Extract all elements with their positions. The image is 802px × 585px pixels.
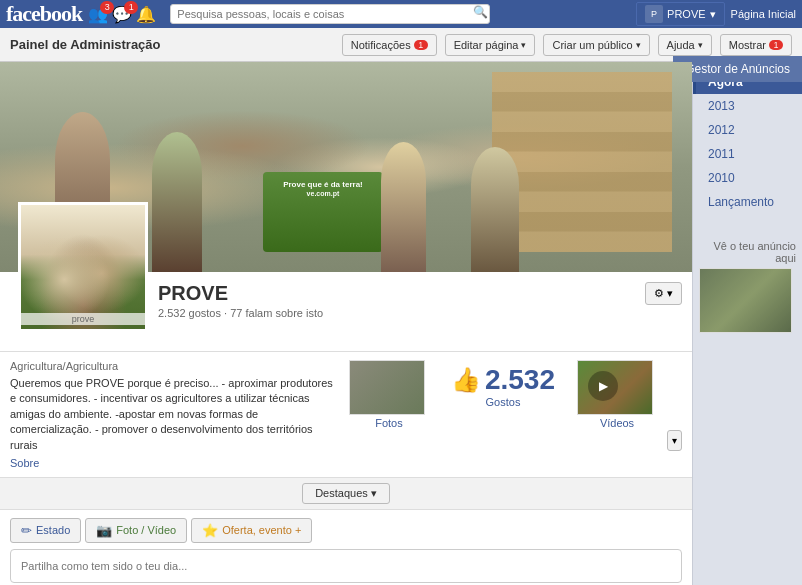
edit-page-button[interactable]: Editar página ▾ — [445, 34, 536, 56]
estado-label: Estado — [36, 524, 70, 536]
home-link[interactable]: Página Inicial — [731, 8, 796, 20]
facebook-logo: facebook — [6, 1, 82, 27]
person-silhouette-4 — [471, 147, 519, 272]
gestor-anuncios-button[interactable]: Gestor de Anúncios — [673, 56, 802, 82]
ad-thumbnail — [699, 268, 792, 333]
oferta-label: Oferta, evento + — [222, 524, 301, 536]
highlights-bar: Destaques ▾ — [0, 478, 692, 510]
settings-button[interactable]: ⚙ ▾ — [645, 282, 682, 305]
profile-stats: 2.532 gostos · 77 falam sobre isto — [158, 307, 323, 319]
gear-icon: ⚙ — [654, 287, 664, 300]
create-public-label: Criar um público — [552, 39, 632, 51]
cover-stand: Prove que é da terra! ve.com.pt — [263, 172, 383, 252]
right-sidebar: Agora 2013 2012 2011 2010 Lançamento Vê … — [692, 62, 802, 585]
profile-section: prove PROVE 2.532 gostos · 77 falam sobr… — [0, 272, 692, 352]
profile-name: PROVE — [158, 282, 323, 305]
gostos-label: Gostos — [451, 396, 555, 408]
profile-info: PROVE 2.532 gostos · 77 falam sobre isto… — [158, 272, 682, 319]
page-description: Queremos que PROVE porque é preciso... -… — [10, 376, 339, 453]
play-icon: ▶ — [588, 371, 618, 401]
highlights-button[interactable]: Destaques ▾ — [302, 483, 390, 504]
show-badge: 1 — [769, 40, 783, 50]
profile-photo: prove — [18, 202, 148, 332]
thumbs-up-icon: 👍 — [451, 366, 481, 394]
person-silhouette-2 — [152, 132, 202, 272]
profile-dropdown-icon: ▾ — [710, 8, 716, 21]
top-navigation: facebook 👥 3 💬 1 🔔 🔍 P PROVE ▾ Página In… — [0, 0, 802, 28]
likes-count: 2.532 — [485, 364, 555, 396]
fotos-thumbnail — [349, 360, 425, 415]
person-silhouette-3 — [381, 142, 426, 272]
content-area: Prove que é da terra! ve.com.pt prove — [0, 62, 802, 585]
profile-photo-label: prove — [21, 313, 145, 325]
profile-button[interactable]: P PROVE ▾ — [636, 2, 725, 26]
profile-photo-inner — [21, 205, 145, 329]
notifications-label: Notificações — [351, 39, 411, 51]
settings-dropdown-icon: ▾ — [667, 287, 673, 300]
fotos-block[interactable]: Fotos — [349, 360, 429, 469]
page-info-section: Agricultura/Agricultura Queremos que PRO… — [0, 352, 692, 478]
boxes-background — [492, 72, 672, 252]
center-panel: Prove que é da terra! ve.com.pt prove — [0, 62, 692, 585]
help-button[interactable]: Ajuda ▾ — [658, 34, 712, 56]
post-input[interactable] — [10, 549, 682, 583]
sidebar-year-2012[interactable]: 2012 — [693, 118, 802, 142]
search-button[interactable]: 🔍 — [473, 5, 488, 19]
fotos-label: Fotos — [349, 417, 429, 429]
page-category: Agricultura/Agricultura — [10, 360, 339, 372]
page-about: Agricultura/Agricultura Queremos que PRO… — [10, 360, 339, 469]
admin-panel-title: Painel de Administração — [10, 37, 334, 52]
oferta-tab[interactable]: ⭐ Oferta, evento + — [191, 518, 312, 543]
edit-page-dropdown-icon: ▾ — [521, 40, 526, 50]
search-bar: 🔍 — [170, 4, 490, 24]
videos-block[interactable]: ▶ Vídeos — [577, 360, 657, 469]
show-button[interactable]: Mostrar 1 — [720, 34, 792, 56]
about-link[interactable]: Sobre — [10, 457, 339, 469]
more-sections: ▾ — [667, 360, 682, 469]
gostos-block[interactable]: 👍 2.532 Gostos — [439, 360, 567, 469]
nav-right: P PROVE ▾ Página Inicial — [636, 2, 796, 26]
star-icon: ⭐ — [202, 523, 218, 538]
highlights-dropdown-icon: ▾ — [371, 487, 377, 499]
nav-icons: 👥 3 💬 1 🔔 — [88, 5, 156, 24]
search-input[interactable] — [170, 4, 490, 24]
edit-page-label: Editar página — [454, 39, 519, 51]
help-label: Ajuda — [667, 39, 695, 51]
estado-tab[interactable]: ✏ Estado — [10, 518, 81, 543]
notifications-icon[interactable]: 🔔 — [136, 5, 156, 24]
more-sections-button[interactable]: ▾ — [667, 430, 682, 451]
messages-icon[interactable]: 💬 1 — [112, 5, 132, 24]
profile-name-section: PROVE 2.532 gostos · 77 falam sobre isto — [158, 282, 323, 319]
videos-label: Vídeos — [577, 417, 657, 429]
post-section: ✏ Estado 📷 Foto / Vídeo ⭐ Oferta, evento… — [0, 510, 692, 585]
camera-icon: 📷 — [96, 523, 112, 538]
notifications-badge: 1 — [414, 40, 428, 50]
sidebar-year-2013[interactable]: 2013 — [693, 94, 802, 118]
page-frame: Prove que é da terra! ve.com.pt prove — [0, 62, 692, 585]
create-public-dropdown-icon: ▾ — [636, 40, 641, 50]
notifications-button[interactable]: Notificações 1 — [342, 34, 437, 56]
help-dropdown-icon: ▾ — [698, 40, 703, 50]
sidebar-year-2011[interactable]: 2011 — [693, 142, 802, 166]
friends-icon[interactable]: 👥 3 — [88, 5, 108, 24]
show-label: Mostrar — [729, 39, 766, 51]
sidebar-years: Agora 2013 2012 2011 2010 Lançamento — [693, 70, 802, 214]
ads-area: Vê o teu anúncio aqui — [693, 234, 802, 339]
post-tabs: ✏ Estado 📷 Foto / Vídeo ⭐ Oferta, evento… — [10, 518, 682, 543]
videos-thumbnail: ▶ — [577, 360, 653, 415]
highlights-label: Destaques — [315, 487, 368, 499]
pencil-icon: ✏ — [21, 523, 32, 538]
sidebar-year-2010[interactable]: 2010 — [693, 166, 802, 190]
foto-label: Foto / Vídeo — [116, 524, 176, 536]
foto-tab[interactable]: 📷 Foto / Vídeo — [85, 518, 187, 543]
cover-stand-text: Prove que é da terra! ve.com.pt — [273, 180, 373, 198]
ads-title: Vê o teu anúncio aqui — [699, 240, 796, 264]
sidebar-year-lancamento[interactable]: Lançamento — [693, 190, 802, 214]
create-public-button[interactable]: Criar um público ▾ — [543, 34, 649, 56]
profile-name-nav: PROVE — [667, 8, 706, 20]
